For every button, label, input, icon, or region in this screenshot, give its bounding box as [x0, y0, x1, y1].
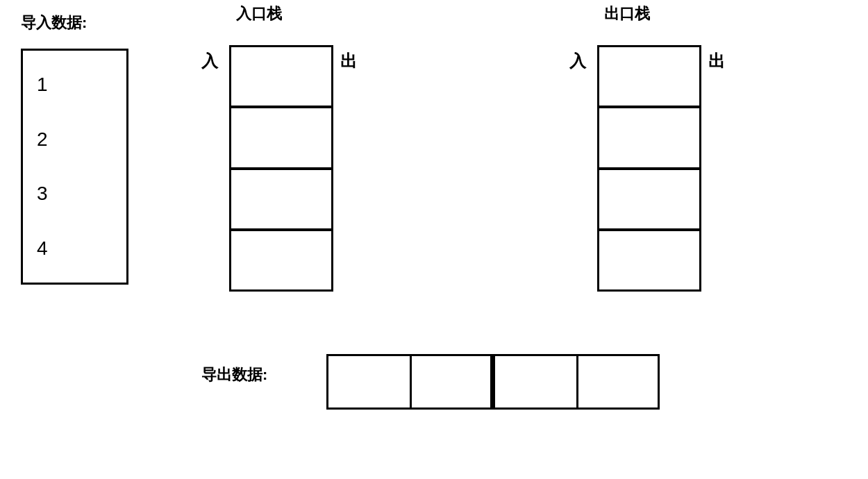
export-cell-4	[576, 354, 660, 410]
exit-stack-cell-2	[599, 108, 699, 169]
exit-arrow-in: 入	[569, 50, 586, 72]
export-data-row	[326, 354, 660, 410]
entrance-arrow-in: 入	[201, 50, 218, 72]
exit-stack-label: 出口栈	[604, 3, 650, 24]
exit-arrow-out: 出	[708, 50, 725, 72]
exit-stack-cell-1	[599, 47, 699, 108]
exit-stack-cell-4	[599, 231, 699, 289]
exit-stack-box	[597, 45, 701, 292]
data-item-3: 3	[37, 183, 48, 205]
input-data-box: 1 2 3 4	[21, 49, 128, 285]
entrance-stack-cell-3	[231, 170, 331, 231]
data-item-1: 1	[37, 74, 48, 96]
import-label: 导入数据:	[21, 12, 87, 33]
exit-stack-cell-3	[599, 170, 699, 231]
entrance-stack-cell-1	[231, 47, 331, 108]
export-label: 导出数据:	[201, 364, 267, 385]
page-container: 导入数据: 1 2 3 4 入口栈 入 出 出口栈 入 出 导出数据:	[0, 0, 868, 479]
export-cell-3	[493, 354, 576, 410]
entrance-stack-cell-4	[231, 231, 331, 289]
entrance-stack-label: 入口栈	[236, 3, 282, 24]
export-cell-1	[326, 354, 410, 410]
entrance-stack-box	[229, 45, 333, 292]
entrance-arrow-out: 出	[340, 50, 357, 72]
data-item-4: 4	[37, 237, 48, 260]
data-item-2: 2	[37, 128, 48, 151]
export-cell-2	[410, 354, 493, 410]
entrance-stack-cell-2	[231, 108, 331, 169]
